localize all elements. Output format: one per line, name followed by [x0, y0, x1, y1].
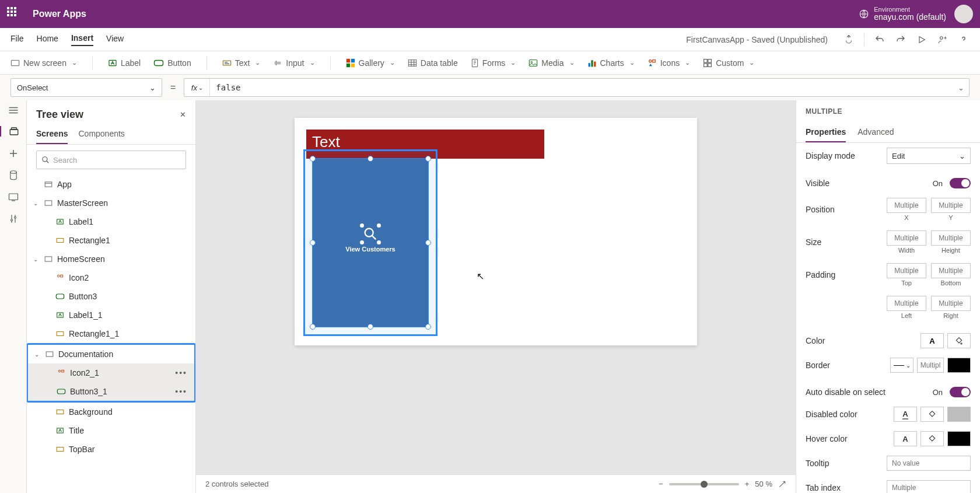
zoom-slider[interactable]: [669, 483, 739, 485]
forms-dropdown[interactable]: Forms: [471, 58, 516, 68]
tree-node-background[interactable]: Background: [27, 403, 195, 421]
gallery-label: Gallery: [359, 58, 384, 68]
app-checker-icon[interactable]: [843, 34, 855, 46]
font-color-button[interactable]: A: [921, 333, 944, 348]
padding-right-input[interactable]: [931, 296, 971, 311]
border-width-input[interactable]: [917, 358, 944, 373]
tree-node-label1[interactable]: Label1: [27, 212, 195, 231]
tools-icon[interactable]: [9, 214, 18, 224]
more-icon[interactable]: •••: [175, 368, 187, 377]
charts-dropdown[interactable]: Charts: [587, 58, 635, 68]
width-input[interactable]: [887, 230, 926, 246]
tab-screens[interactable]: Screens: [36, 125, 68, 144]
tree-node-topbar[interactable]: TopBar: [27, 440, 195, 459]
disabled-font-color[interactable]: A: [894, 407, 917, 422]
hover-fill-color[interactable]: [921, 431, 944, 446]
redo-icon[interactable]: [895, 34, 907, 46]
close-panel-icon[interactable]: ✕: [180, 110, 186, 119]
disabled-border-swatch[interactable]: [947, 407, 971, 422]
property-selector[interactable]: OnSelect ⌄: [10, 78, 162, 97]
padding-left-input[interactable]: [887, 296, 926, 311]
button-control[interactable]: View Customers: [312, 158, 429, 327]
tree-node-homescreen[interactable]: ⌄HomeScreen: [27, 250, 195, 268]
share-icon[interactable]: [937, 34, 949, 46]
help-icon[interactable]: [958, 34, 970, 46]
tab-properties[interactable]: Properties: [806, 123, 846, 142]
hover-border-swatch[interactable]: [947, 431, 971, 446]
tab-index-label: Tab index: [806, 483, 882, 492]
data-icon[interactable]: [9, 170, 18, 181]
input-dropdown[interactable]: Input: [273, 58, 314, 68]
padding-bottom-input[interactable]: [931, 263, 971, 278]
tab-index-input[interactable]: [887, 480, 971, 493]
tree-node-label1-1[interactable]: Label1_1: [27, 306, 195, 324]
tree-node-rectangle1-1[interactable]: Rectangle1_1: [27, 324, 195, 343]
svg-rect-20: [708, 59, 712, 62]
height-input[interactable]: [931, 230, 971, 246]
tree-node-button3[interactable]: Button3: [27, 287, 195, 306]
expand-formula-icon[interactable]: ⌄: [953, 83, 969, 92]
button-button[interactable]: Button: [153, 58, 191, 68]
zoom-value: 50 %: [755, 480, 772, 488]
hover-font-color[interactable]: A: [894, 431, 917, 446]
user-avatar[interactable]: [954, 5, 973, 23]
menu-file[interactable]: File: [10, 34, 24, 46]
custom-dropdown[interactable]: Custom: [703, 58, 754, 68]
more-icon[interactable]: •••: [175, 387, 187, 396]
tooltip-input[interactable]: [887, 456, 971, 471]
menu-home[interactable]: Home: [37, 34, 58, 46]
fit-screen-icon[interactable]: [778, 480, 786, 488]
border-color-swatch[interactable]: [947, 358, 971, 373]
tree-node-title[interactable]: Title: [27, 421, 195, 440]
menu-insert[interactable]: Insert: [71, 33, 93, 46]
icons-dropdown[interactable]: Icons: [648, 58, 690, 68]
tree-node-rectangle1[interactable]: Rectangle1: [27, 231, 195, 250]
screen-canvas[interactable]: Text View Customers: [295, 118, 697, 345]
selection-highlight: ⌄Documentation Icon2_1••• Button3_1•••: [27, 343, 195, 403]
svg-rect-30: [45, 182, 52, 187]
selection-bounds[interactable]: View Customers: [303, 149, 438, 336]
tree-view-icon[interactable]: [0, 126, 26, 137]
menu-view[interactable]: View: [106, 34, 124, 46]
position-x-input[interactable]: [887, 198, 926, 213]
visible-toggle[interactable]: [950, 178, 971, 188]
media-dropdown[interactable]: Media: [528, 58, 574, 68]
formula-input[interactable]: false: [210, 79, 953, 96]
position-y-input[interactable]: [931, 198, 971, 213]
insert-ribbon: New screen Label Button Text Input Galle…: [0, 51, 980, 75]
environment-picker[interactable]: Environment enayu.com (default): [859, 6, 946, 22]
fx-button[interactable]: fx⌄: [184, 79, 210, 96]
media-rail-icon[interactable]: [8, 193, 19, 202]
search-icon[interactable]: [362, 226, 379, 242]
zoom-in-button[interactable]: +: [745, 480, 750, 488]
undo-icon[interactable]: [874, 34, 886, 46]
zoom-out-button[interactable]: −: [659, 480, 663, 488]
tree-search-input[interactable]: Search: [36, 151, 186, 169]
border-style-select[interactable]: ⌄: [890, 358, 914, 373]
fill-color-button[interactable]: [947, 333, 971, 348]
tree-node-icon2[interactable]: Icon2: [27, 268, 195, 287]
text-dropdown[interactable]: Text: [222, 58, 261, 68]
env-value: enayu.com (default): [874, 13, 946, 22]
auto-disable-toggle[interactable]: [950, 387, 971, 397]
tab-components[interactable]: Components: [78, 125, 124, 144]
gallery-dropdown[interactable]: Gallery: [346, 58, 395, 68]
data-table-button[interactable]: Data table: [408, 58, 458, 68]
disabled-fill-color[interactable]: [921, 407, 944, 422]
tree-node-icon2-1[interactable]: Icon2_1•••: [28, 363, 194, 382]
play-icon[interactable]: [916, 34, 928, 46]
label-button[interactable]: Label: [108, 58, 141, 68]
svg-rect-26: [9, 194, 18, 200]
tree-node-button3-1[interactable]: Button3_1•••: [28, 382, 194, 401]
new-screen-button[interactable]: New screen: [10, 58, 77, 68]
tab-advanced[interactable]: Advanced: [858, 123, 894, 142]
tree-node-app[interactable]: App: [27, 175, 195, 194]
insert-icon[interactable]: [8, 148, 19, 159]
hamburger-icon[interactable]: [8, 106, 19, 114]
svg-rect-19: [704, 59, 708, 62]
padding-top-input[interactable]: [887, 263, 926, 278]
tree-node-documentation[interactable]: ⌄Documentation: [28, 345, 194, 363]
app-launcher-icon[interactable]: [7, 7, 21, 21]
tree-node-masterscreen[interactable]: ⌄MasterScreen: [27, 194, 195, 212]
display-mode-select[interactable]: Edit⌄: [887, 148, 971, 164]
